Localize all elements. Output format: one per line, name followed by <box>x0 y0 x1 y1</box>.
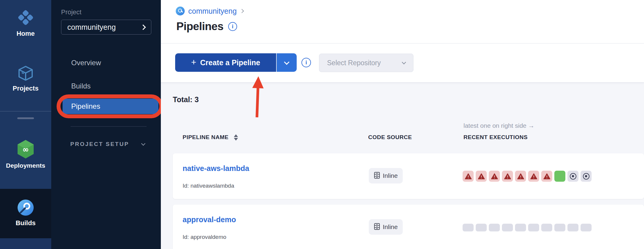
pipeline-name-link[interactable]: approval-demo <box>183 215 236 224</box>
execution-status-failed[interactable] <box>528 171 539 182</box>
execution-status-failed[interactable] <box>476 171 487 182</box>
create-info-icon[interactable] <box>301 58 311 67</box>
pipeline-name-link[interactable]: native-aws-lambda <box>183 164 249 173</box>
chevron-down-icon <box>284 59 289 65</box>
chevron-right-icon <box>140 24 146 30</box>
annotation-arrow <box>250 74 265 119</box>
toolbar: + Create a Pipeline Select Repository <box>161 43 644 83</box>
pipeline-row-card: native-aws-lambdaId: nativeawslambdaInli… <box>173 153 644 199</box>
execution-status-failed[interactable] <box>541 171 552 182</box>
project-setup-label: PROJECT SETUP <box>70 141 129 147</box>
plus-icon: + <box>191 58 196 67</box>
page-title: Pipelines <box>176 20 223 33</box>
nav-divider <box>71 126 147 127</box>
create-pipeline-split-button: + Create a Pipeline <box>175 53 297 72</box>
recent-executions-row <box>463 171 592 182</box>
execution-status-empty <box>489 224 500 231</box>
nav-item-label: Pipelines <box>71 102 100 111</box>
pipeline-id: Id: approvaldemo <box>183 234 226 240</box>
execution-status-empty <box>528 224 539 231</box>
repository-select-value: Select Repository <box>327 59 381 67</box>
create-pipeline-label: Create a Pipeline <box>200 58 260 67</box>
chevron-right-icon <box>240 9 244 13</box>
column-label: PIPELINE NAME <box>183 134 228 141</box>
sidebar-collapse-dash[interactable] <box>17 117 34 119</box>
nav-item-builds[interactable]: Builds <box>71 82 91 90</box>
sidebar-next-module-strip <box>0 238 51 249</box>
aborted-icon <box>583 173 589 180</box>
nav-item-pipelines[interactable]: Pipelines <box>63 99 158 114</box>
project-selector[interactable]: communityeng <box>61 20 151 35</box>
module-sidebar: Home Projects ∞ Deployments <box>0 0 51 249</box>
project-sidebar: Project communityeng Overview Builds Pip… <box>51 0 161 249</box>
column-header-recent-executions: RECENT EXECUTIONS <box>463 134 528 141</box>
pipeline-row-card: approval-demoId: approvaldemoInline <box>173 205 644 249</box>
sidebar-item-label: Deployments <box>6 162 45 169</box>
sidebar-item-label: Builds <box>15 219 35 227</box>
sidebar-item-projects[interactable]: Projects <box>0 65 51 92</box>
home-icon <box>16 8 35 27</box>
project-section-label: Project <box>61 8 81 16</box>
project-ci-icon <box>176 7 185 15</box>
builds-icon <box>17 199 34 216</box>
execution-status-empty <box>502 224 513 231</box>
sidebar-divider <box>0 111 51 111</box>
chevron-down-icon <box>141 141 145 146</box>
sidebar-item-home[interactable]: Home <box>0 8 51 38</box>
execution-status-failed[interactable] <box>489 171 500 182</box>
sidebar-item-builds[interactable]: Builds <box>0 199 51 227</box>
execution-status-empty <box>515 224 526 231</box>
create-pipeline-dropdown-button[interactable] <box>277 53 297 72</box>
execution-status-failed[interactable] <box>515 171 526 182</box>
inline-storage-icon <box>374 172 380 180</box>
execution-status-aborted[interactable] <box>581 171 592 182</box>
page-header: communityeng Pipelines <box>161 0 644 43</box>
title-info-icon[interactable] <box>228 22 237 31</box>
svg-text:∞: ∞ <box>22 145 29 154</box>
execution-status-empty <box>541 224 552 231</box>
execution-status-empty <box>463 224 474 231</box>
cube-icon <box>17 65 34 82</box>
execution-status-success[interactable] <box>554 171 565 182</box>
main-content: communityeng Pipelines + Create a Pipeli… <box>161 0 644 249</box>
inline-storage-icon <box>374 223 380 231</box>
execution-status-empty <box>581 224 592 231</box>
sidebar-item-label: Projects <box>13 85 39 92</box>
deployments-icon: ∞ <box>16 139 35 159</box>
project-setup-toggle[interactable]: PROJECT SETUP <box>70 141 145 147</box>
pipeline-id: Id: nativeawslambda <box>183 183 234 189</box>
code-source-badge: Inline <box>369 168 403 183</box>
aborted-icon <box>570 173 576 180</box>
breadcrumb-project-link[interactable]: communityeng <box>188 7 237 15</box>
breadcrumb: communityeng <box>176 7 243 15</box>
repository-select[interactable]: Select Repository <box>319 54 413 72</box>
code-source-badge: Inline <box>369 219 403 235</box>
sidebar-item-label: Home <box>16 30 35 38</box>
project-selector-value: communityeng <box>67 23 116 32</box>
total-count: Total: 3 <box>173 95 199 104</box>
app-window: Home Projects ∞ Deployments <box>0 0 644 249</box>
execution-status-empty <box>554 224 565 231</box>
execution-status-failed[interactable] <box>502 171 513 182</box>
column-header-code-source: CODE SOURCE <box>368 134 412 141</box>
code-source-label: Inline <box>383 223 398 231</box>
sidebar-item-deployments[interactable]: ∞ Deployments <box>0 139 51 169</box>
execution-status-empty <box>567 224 578 231</box>
column-header-pipeline-name[interactable]: PIPELINE NAME <box>183 134 238 141</box>
recent-executions-hint: latest one on right side → <box>463 122 534 129</box>
nav-item-overview[interactable]: Overview <box>71 59 101 67</box>
execution-status-aborted[interactable] <box>567 171 578 182</box>
sort-icon[interactable] <box>234 134 238 141</box>
chevron-down-icon <box>402 60 406 64</box>
execution-status-empty <box>476 224 487 231</box>
recent-executions-row <box>463 222 592 233</box>
title-row: Pipelines <box>176 20 237 33</box>
code-source-label: Inline <box>383 172 398 179</box>
execution-status-failed[interactable] <box>463 171 474 182</box>
create-pipeline-button[interactable]: + Create a Pipeline <box>175 53 277 72</box>
